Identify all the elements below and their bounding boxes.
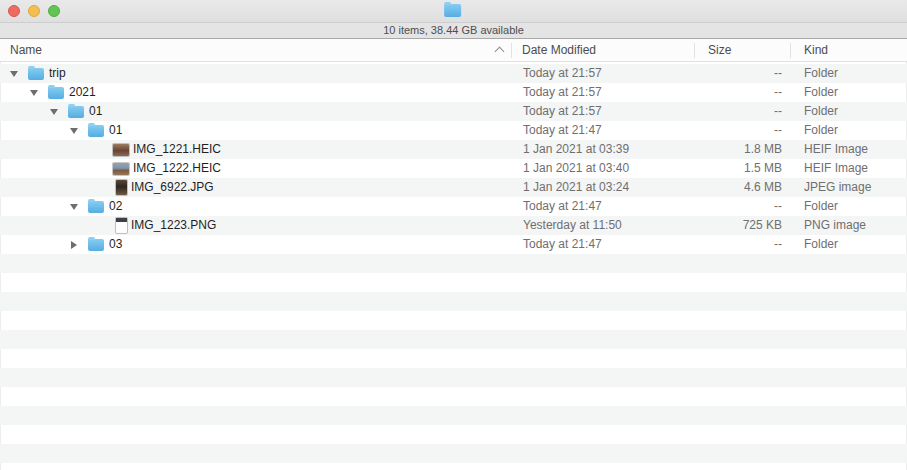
size-cell: 1.8 MB (694, 140, 790, 159)
name-cell: trip (0, 64, 511, 83)
kind-cell: Folder (790, 235, 907, 254)
name-cell: 01 (0, 121, 511, 140)
date-modified-cell: Today at 21:57 (511, 64, 694, 83)
disclosure-triangle-expanded-icon[interactable] (29, 90, 38, 96)
folder-icon (48, 87, 64, 99)
table-row[interactable]: IMG_1222.HEIC1 Jan 2021 at 03:401.5 MBHE… (0, 159, 907, 178)
kind-cell: Folder (790, 121, 907, 140)
size-cell: -- (694, 64, 790, 83)
name-cell: IMG_1221.HEIC (0, 140, 511, 159)
table-row[interactable]: 2021Today at 21:57--Folder (0, 83, 907, 102)
date-modified-cell: Today at 21:47 (511, 197, 694, 216)
name-cell: IMG_1223.PNG (0, 216, 511, 235)
photo-brown-thumbnail-icon (113, 144, 129, 156)
name-cell: 03 (0, 235, 511, 254)
date-modified-cell: Today at 21:47 (511, 235, 694, 254)
file-list: tripToday at 21:57--Folder2021Today at 2… (0, 64, 907, 470)
date-modified-cell: Today at 21:57 (511, 83, 694, 102)
disclosure-triangle-expanded-icon[interactable] (69, 128, 78, 134)
size-cell: -- (694, 197, 790, 216)
status-text: 10 items, 38.44 GB available (383, 24, 524, 36)
column-divider[interactable] (694, 43, 695, 58)
table-row[interactable]: 01Today at 21:57--Folder (0, 102, 907, 121)
folder-icon (88, 201, 104, 213)
finder-window: 10 items, 38.44 GB available Name Date M… (0, 0, 907, 470)
empty-row (0, 349, 907, 368)
empty-row (0, 444, 907, 463)
table-row[interactable]: 01Today at 21:47--Folder (0, 121, 907, 140)
size-cell: -- (694, 102, 790, 121)
table-row[interactable]: tripToday at 21:57--Folder (0, 64, 907, 83)
empty-row (0, 311, 907, 330)
name-cell: IMG_6922.JPG (0, 178, 511, 197)
disclosure-triangle-expanded-icon[interactable] (69, 204, 78, 210)
item-name-label: 2021 (69, 83, 96, 102)
close-button[interactable] (8, 5, 20, 17)
folder-icon (68, 106, 84, 118)
item-name-label: IMG_1222.HEIC (133, 159, 221, 178)
folder-icon (444, 4, 461, 17)
item-name-label: IMG_1223.PNG (131, 216, 216, 235)
size-cell: -- (694, 121, 790, 140)
size-cell: 4.6 MB (694, 178, 790, 197)
folder-icon (88, 239, 104, 251)
kind-cell: Folder (790, 197, 907, 216)
table-row[interactable]: 03Today at 21:47--Folder (0, 235, 907, 254)
empty-row (0, 330, 907, 349)
kind-cell: HEIF Image (790, 140, 907, 159)
title-bar[interactable] (0, 0, 907, 23)
sort-ascending-chevron-icon[interactable] (495, 47, 505, 57)
column-header-bar: Name Date Modified Size Kind (0, 39, 907, 62)
empty-row (0, 387, 907, 406)
item-name-label: 02 (109, 197, 122, 216)
disclosure-triangle-collapsed-icon[interactable] (69, 241, 78, 249)
date-modified-cell: Yesterday at 11:50 (511, 216, 694, 235)
table-row[interactable]: IMG_1223.PNGYesterday at 11:50725 KBPNG … (0, 216, 907, 235)
kind-cell: Folder (790, 64, 907, 83)
date-modified-cell: Today at 21:57 (511, 102, 694, 121)
item-name-label: 01 (109, 121, 122, 140)
empty-row (0, 463, 907, 470)
empty-row (0, 273, 907, 292)
zoom-button[interactable] (48, 5, 60, 17)
kind-cell: Folder (790, 102, 907, 121)
name-cell: 2021 (0, 83, 511, 102)
item-name-label: 03 (109, 235, 122, 254)
column-header-name[interactable]: Name (10, 43, 42, 58)
item-name-label: 01 (89, 102, 102, 121)
column-divider[interactable] (511, 43, 512, 58)
item-name-label: IMG_6922.JPG (131, 178, 214, 197)
folder-icon (88, 125, 104, 137)
date-modified-cell: 1 Jan 2021 at 03:24 (511, 178, 694, 197)
kind-cell: Folder (790, 83, 907, 102)
empty-row (0, 254, 907, 273)
empty-row (0, 368, 907, 387)
photo-sky-thumbnail-icon (113, 163, 129, 175)
empty-row (0, 425, 907, 444)
empty-row (0, 406, 907, 425)
status-bar: 10 items, 38.44 GB available (0, 23, 907, 39)
item-name-label: IMG_1221.HEIC (133, 140, 221, 159)
name-cell: 02 (0, 197, 511, 216)
size-cell: -- (694, 235, 790, 254)
column-divider[interactable] (790, 43, 791, 58)
column-header-kind[interactable]: Kind (804, 43, 828, 58)
table-row[interactable]: 02Today at 21:47--Folder (0, 197, 907, 216)
table-row[interactable]: IMG_6922.JPG1 Jan 2021 at 03:244.6 MBJPE… (0, 178, 907, 197)
table-row[interactable]: IMG_1221.HEIC1 Jan 2021 at 03:391.8 MBHE… (0, 140, 907, 159)
photo-dark-portrait-thumbnail-icon (116, 180, 127, 195)
name-cell: 01 (0, 102, 511, 121)
disclosure-triangle-expanded-icon[interactable] (9, 71, 18, 77)
minimize-button[interactable] (28, 5, 40, 17)
column-header-date-modified[interactable]: Date Modified (522, 43, 596, 58)
folder-icon (28, 68, 44, 80)
empty-row (0, 292, 907, 311)
window-proxy-icon[interactable] (444, 4, 461, 17)
kind-cell: JPEG image (790, 178, 907, 197)
disclosure-triangle-expanded-icon[interactable] (49, 109, 58, 115)
traffic-lights (8, 5, 60, 17)
date-modified-cell: 1 Jan 2021 at 03:40 (511, 159, 694, 178)
date-modified-cell: 1 Jan 2021 at 03:39 (511, 140, 694, 159)
size-cell: 1.5 MB (694, 159, 790, 178)
column-header-size[interactable]: Size (708, 43, 731, 58)
